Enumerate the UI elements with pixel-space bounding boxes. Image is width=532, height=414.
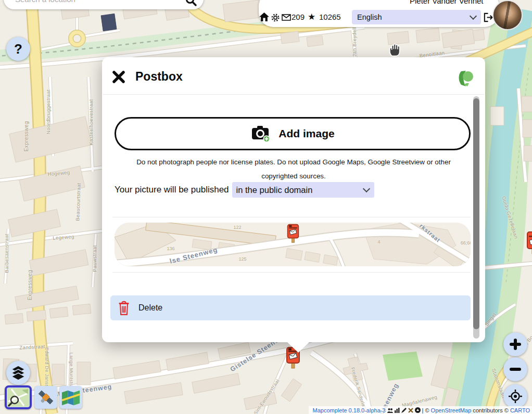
attribution-bar: Mapcomplete 0.18.0-alpha-3 | © OpenStree…: [309, 406, 532, 414]
publish-text: Your picture will be published: [115, 185, 229, 195]
trash-icon: [118, 301, 130, 315]
zoom-out-button[interactable]: [503, 357, 527, 381]
user-avatar[interactable]: [492, 0, 523, 30]
postbox-marker-edge[interactable]: [526, 231, 532, 255]
mapcomplete-logo-icon: [455, 69, 475, 88]
image-license-note: Do not photograph people nor license pla…: [121, 155, 466, 183]
home-icon[interactable]: [259, 12, 269, 22]
edit-pencil-icon[interactable]: [401, 408, 407, 413]
background-layer-osm-button[interactable]: [5, 385, 32, 409]
close-icon[interactable]: [111, 70, 126, 84]
chevron-down-icon: [470, 12, 477, 20]
attribution-contributors: contributors ©: [473, 407, 509, 413]
openstreetmap-link[interactable]: OpenStreetMap: [431, 407, 472, 413]
search-bar: [4, 0, 204, 9]
language-selected-value: English: [357, 13, 382, 21]
divider: [112, 217, 471, 217]
popup-scrollbar: [473, 96, 479, 339]
camera-plus-icon: [250, 125, 271, 143]
user-name: Pieter Vander Vennet: [410, 0, 484, 5]
messages-envelope-icon[interactable]: [282, 14, 291, 21]
attribution-separator: | ©: [422, 407, 429, 413]
delete-button[interactable]: Delete: [110, 295, 471, 320]
search-icon[interactable]: [185, 0, 197, 7]
mapcomplete-app: Dirk Martensstraat Noordbruggestraat Kas…: [0, 0, 532, 414]
house-number: 66;66: [461, 240, 471, 245]
language-select[interactable]: English: [352, 10, 481, 24]
add-image-button[interactable]: Add image: [115, 117, 471, 150]
layers-icon: [10, 365, 26, 381]
community-icon[interactable]: [387, 408, 393, 413]
crosshair-icon: [508, 389, 523, 404]
background-layer-aerial-button[interactable]: [34, 386, 57, 409]
divider: [112, 272, 471, 273]
popup-tail: [287, 342, 310, 353]
minus-icon: [509, 363, 522, 376]
divider: [103, 94, 484, 95]
mapillary-icon[interactable]: [415, 407, 421, 413]
osm-map-icon: [7, 388, 29, 407]
message-count[interactable]: 209: [292, 12, 305, 21]
josm-icon[interactable]: [408, 408, 413, 413]
statistics-icon[interactable]: [395, 408, 400, 413]
zoom-in-button[interactable]: [503, 332, 527, 356]
search-input[interactable]: [14, 0, 185, 4]
mapcomplete-version-link[interactable]: Mapcomplete 0.18.0-alpha-3: [313, 407, 386, 413]
popup-title: Postbox: [135, 70, 183, 84]
location-minimap[interactable]: 122 136 125 4 66;66 lse Steenweg rkstraa…: [115, 223, 471, 266]
house-number: 125: [238, 256, 246, 262]
help-label: ?: [14, 41, 22, 57]
popup-scrollbar-thumb[interactable]: [473, 98, 479, 329]
help-button[interactable]: ?: [6, 37, 30, 61]
hand-cursor-icon: [386, 41, 403, 58]
background-layer-map-button[interactable]: [59, 386, 82, 409]
house-number: 136: [167, 246, 174, 251]
delete-label: Delete: [138, 303, 162, 313]
logout-icon[interactable]: [483, 12, 493, 22]
house-number: 4: [377, 239, 380, 244]
satellite-icon: [36, 388, 55, 407]
settings-gear-icon[interactable]: [271, 14, 280, 22]
postbox-popup: Postbox Add image Do not photograph peop…: [102, 57, 485, 342]
add-image-label: Add image: [278, 127, 334, 140]
publish-row: Your picture will be published in the pu…: [115, 182, 374, 198]
license-select[interactable]: in the public domain: [232, 182, 374, 198]
star-count[interactable]: 10265: [319, 12, 341, 21]
chevron-down-icon: [363, 185, 370, 192]
geolocate-button[interactable]: [503, 384, 527, 408]
plus-icon: [509, 338, 522, 351]
star-icon[interactable]: ★: [308, 11, 315, 22]
license-selected-value: in the public domain: [236, 185, 313, 195]
postbox-marker: [286, 224, 300, 243]
carto-link[interactable]: CARTO: [510, 407, 530, 413]
layers-button[interactable]: [6, 361, 30, 385]
folded-map-icon: [61, 389, 81, 406]
house-number: 122: [233, 225, 241, 230]
